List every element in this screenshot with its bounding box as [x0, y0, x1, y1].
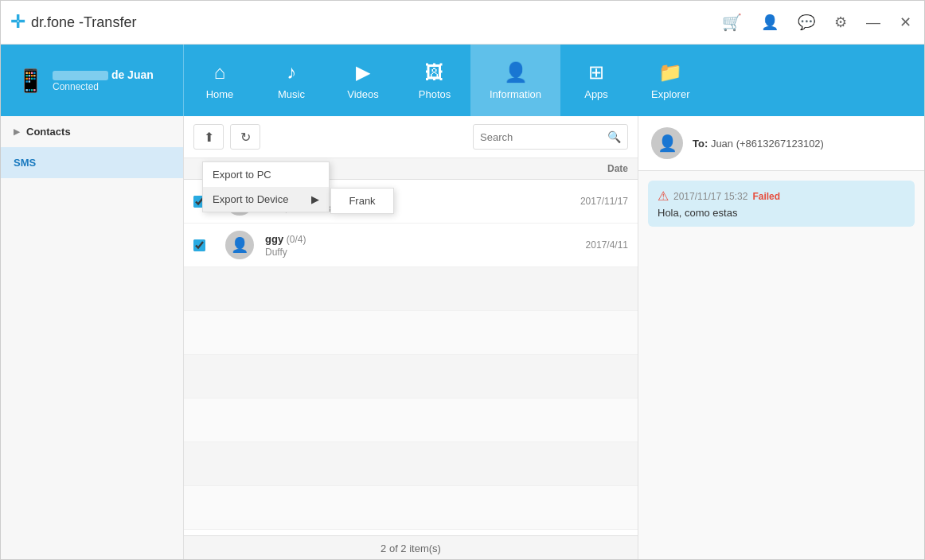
message-bubble: ⚠ 2017/11/17 15:32 Failed Hola, como est…	[648, 181, 915, 227]
tab-music[interactable]: ♪ Music	[256, 45, 327, 116]
message-timestamp: 2017/11/17 15:32	[673, 191, 747, 202]
tab-home[interactable]: ⌂ Home	[184, 45, 256, 116]
list-footer: 2 of 2 item(s)	[184, 535, 638, 560]
right-to: To: Juan (+8613267123102)	[693, 138, 824, 150]
toolbar: ⬆ Export to PC Export to Device ▶ Frank	[184, 116, 638, 158]
refresh-icon: ↻	[240, 130, 251, 145]
right-panel-header: 👤 To: Juan (+8613267123102)	[638, 116, 924, 171]
empty-row	[184, 355, 638, 399]
checkbox-cell-2[interactable]	[193, 239, 225, 251]
device-name-blurred	[53, 71, 108, 80]
information-icon: 👤	[504, 61, 528, 84]
contact-info-2: ggy (0/4) Duffy	[265, 233, 509, 258]
device-text: de Juan Connected	[53, 68, 154, 92]
settings-button[interactable]: ⚙	[831, 10, 850, 34]
sidebar: ▶ Contacts SMS	[1, 116, 184, 560]
close-button[interactable]: ✕	[896, 10, 915, 34]
contact-name-2: ggy (0/4)	[265, 233, 509, 245]
home-icon: ⌂	[214, 61, 226, 84]
logo-icon: ✛	[10, 12, 25, 33]
main-area: ▶ Contacts SMS ⬆ Export to PC Export to …	[1, 116, 924, 560]
tab-explorer-label: Explorer	[651, 88, 689, 100]
col-date: Date	[509, 163, 628, 174]
to-contact: Juan (+8613267123102)	[711, 138, 824, 150]
chevron-right-icon: ▶	[14, 127, 20, 136]
photos-icon: 🖼	[425, 61, 444, 84]
message-text: Hola, como estas	[658, 207, 905, 219]
device-info: 📱 de Juan Connected	[1, 45, 184, 116]
device-icon: 📱	[17, 68, 45, 94]
tab-music-label: Music	[278, 88, 305, 100]
tab-videos[interactable]: ▶ Videos	[327, 45, 399, 116]
sidebar-item-sms[interactable]: SMS	[1, 147, 183, 178]
cart-button[interactable]: 🛒	[719, 10, 745, 35]
tab-information-label: Information	[490, 88, 541, 100]
submenu-frank-item[interactable]: Frank	[331, 189, 393, 213]
export-to-device-item[interactable]: Export to Device ▶ Frank	[203, 187, 329, 212]
apps-icon: ⊞	[588, 61, 604, 84]
explorer-icon: 📁	[658, 61, 682, 84]
list-date-2: 2017/4/11	[509, 239, 628, 251]
export-to-pc-label: Export to PC	[213, 169, 271, 181]
app-title: dr.fone -Transfer	[31, 14, 136, 31]
tab-apps-label: Apps	[584, 88, 608, 100]
videos-icon: ▶	[356, 61, 370, 84]
tab-information[interactable]: 👤 Information	[470, 45, 560, 116]
export-dropdown: Export to PC Export to Device ▶ Frank	[202, 161, 330, 212]
export-to-pc-item[interactable]: Export to PC	[203, 162, 329, 187]
right-avatar: 👤	[651, 127, 683, 159]
avatar-2: 👤	[225, 231, 254, 259]
right-panel: 👤 To: Juan (+8613267123102) ⚠ 2017/11/17…	[638, 116, 924, 560]
chat-button[interactable]: 💬	[794, 10, 818, 34]
sidebar-contacts-label: Contacts	[26, 126, 71, 138]
empty-row	[184, 399, 638, 442]
profile-button[interactable]: 👤	[758, 10, 782, 34]
list-area: 👤 Juan (0/1) Hola, como estas 2017/11/17…	[184, 180, 638, 535]
sidebar-item-contacts[interactable]: ▶ Contacts	[1, 116, 183, 147]
empty-row	[184, 267, 638, 311]
tab-photos-label: Photos	[419, 88, 451, 100]
footer-count: 2 of 2 item(s)	[381, 542, 441, 554]
list-date-1: 2017/11/17	[509, 196, 628, 207]
row-2-checkbox[interactable]	[193, 239, 205, 251]
export-to-device-label: Export to Device	[213, 193, 288, 205]
tab-videos-label: Videos	[347, 88, 379, 100]
device-status: Connected	[53, 81, 154, 92]
export-button[interactable]: ⬆ Export to PC Export to Device ▶ Frank	[193, 124, 224, 150]
device-name: de Juan	[53, 68, 154, 81]
list-item: 👤 ggy (0/4) Duffy 2017/4/11	[184, 224, 638, 267]
message-meta: ⚠ 2017/11/17 15:32 Failed	[658, 189, 905, 204]
title-bar: ✛ dr.fone -Transfer 🛒 👤 💬 ⚙ — ✕	[1, 1, 924, 45]
error-icon: ⚠	[658, 189, 669, 204]
tab-photos[interactable]: 🖼 Photos	[399, 45, 470, 116]
search-box: 🔍	[473, 124, 628, 150]
sidebar-sms-label: SMS	[14, 157, 36, 169]
search-input[interactable]	[480, 131, 607, 143]
export-icon: ⬆	[204, 130, 214, 145]
title-bar-right: 🛒 👤 💬 ⚙ — ✕	[719, 10, 915, 35]
content-panel: ⬆ Export to PC Export to Device ▶ Frank	[184, 116, 638, 560]
search-icon: 🔍	[607, 130, 621, 143]
message-status: Failed	[752, 191, 780, 202]
title-bar-left: ✛ dr.fone -Transfer	[10, 12, 136, 33]
to-label: To:	[693, 138, 708, 150]
minimize-button[interactable]: —	[863, 11, 884, 34]
tab-home-label: Home	[206, 88, 234, 100]
refresh-button[interactable]: ↻	[230, 124, 260, 150]
tab-explorer[interactable]: 📁 Explorer	[632, 45, 708, 116]
nav-tabs: ⌂ Home ♪ Music ▶ Videos 🖼 Photos 👤 Infor…	[184, 45, 924, 116]
device-name-suffix: de Juan	[111, 68, 154, 81]
empty-row	[184, 311, 638, 355]
empty-row	[184, 486, 638, 530]
contact-preview-2: Duffy	[265, 247, 509, 258]
music-icon: ♪	[287, 61, 296, 84]
nav-bar: 📱 de Juan Connected ⌂ Home ♪ Music ▶ Vid…	[1, 45, 924, 116]
export-device-submenu: Frank	[330, 188, 394, 214]
tab-apps[interactable]: ⊞ Apps	[560, 45, 632, 116]
empty-row	[184, 442, 638, 486]
submenu-arrow-icon: ▶	[311, 193, 319, 205]
